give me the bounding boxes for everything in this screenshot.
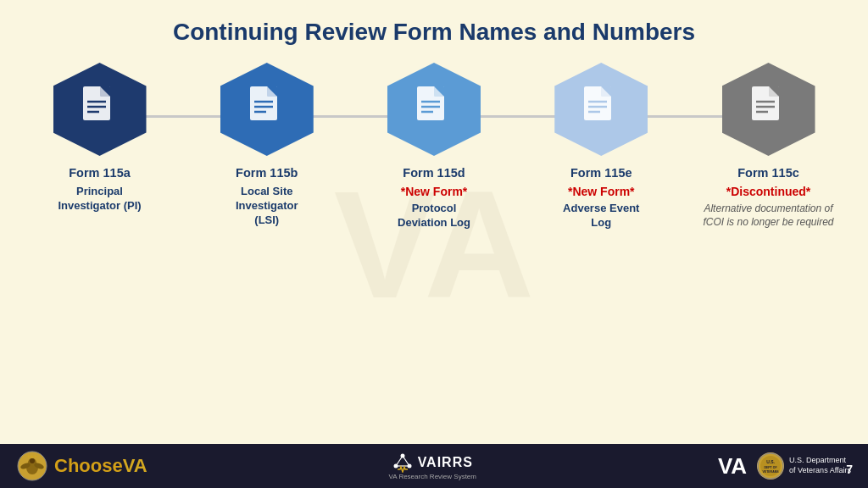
dept-name-text: U.S. Department of Veterans Affairs (789, 456, 851, 475)
form-item-115c: Form 115c *Discontinued* Alternative doc… (694, 63, 843, 229)
hex-wrapper-115d (387, 63, 481, 156)
alt-doc-115c: Alternative documentation of fCOI is no … (694, 202, 843, 229)
hex-115a (53, 63, 147, 156)
svg-point-31 (30, 458, 35, 463)
page-number: 7 (846, 463, 853, 476)
footer-left: ★★★ ChooseVA (17, 451, 147, 481)
dept-seal-icon: U.S. DEPT OF VETERANS (757, 452, 784, 480)
new-form-label-115d: *New Form* (401, 185, 468, 198)
form-name-115e: Form 115e (570, 166, 632, 180)
form-role-115e: Adverse Event Log (563, 202, 639, 230)
content-area: Form 115a Principal Investigator (PI) (0, 54, 868, 444)
us-dept-group: U.S. DEPT OF VETERANS U.S. Department of… (757, 452, 851, 480)
forms-row: Form 115a Principal Investigator (PI) (25, 63, 843, 230)
vairrs-subtitle: VA Research Review System (389, 473, 476, 480)
footer-center: VAIRRS VA Research Review System (389, 452, 476, 480)
svg-line-37 (403, 456, 409, 466)
va-text-logo: VA (123, 455, 147, 476)
hex-115d (387, 63, 481, 156)
doc-icon-115b (246, 85, 288, 134)
form-item-115b: Form 115b Local Site Investigator (LSI) (192, 63, 341, 228)
new-form-label-115e: *New Form* (568, 185, 635, 198)
svg-line-36 (396, 456, 403, 466)
form-name-115b: Form 115b (236, 166, 298, 180)
hex-wrapper-115a (53, 63, 147, 156)
form-item-115a: Form 115a Principal Investigator (PI) (25, 63, 174, 214)
form-role-115d: Protocol Deviation Log (398, 202, 470, 230)
hex-wrapper-115c (722, 63, 815, 156)
doc-icon-115e (580, 85, 622, 134)
hex-115c (722, 63, 815, 156)
form-name-115c: Form 115c (737, 166, 799, 180)
hex-wrapper-115e (554, 63, 648, 156)
vairrs-logo-group: VAIRRS (392, 452, 473, 473)
svg-text:VETERANS: VETERANS (763, 470, 780, 474)
svg-text:DEPT OF: DEPT OF (765, 466, 778, 469)
vairrs-text: VAIRRS (418, 455, 473, 470)
discontinued-label-115c: *Discontinued* (726, 185, 811, 198)
choose-va-logo: ChooseVA (54, 455, 147, 477)
slide-title: Continuing Review Form Names and Numbers (34, 19, 834, 46)
title-bar: Continuing Review Form Names and Numbers (0, 0, 868, 54)
form-role-115a: Principal Investigator (PI) (58, 185, 141, 214)
form-name-115d: Form 115d (403, 166, 465, 180)
slide: VA Continuing Review Form Names and Numb… (0, 0, 868, 488)
doc-icon-115a (79, 85, 121, 134)
form-item-115e: Form 115e *New Form* Adverse Event Log (527, 63, 676, 230)
choose-text: Choose (54, 455, 123, 476)
footer: ★★★ ChooseVA VAIRRS V (0, 444, 868, 488)
hex-wrapper-115b (220, 63, 314, 156)
footer-right: VA U.S. DEPT OF VETERANS U.S. Department… (718, 452, 851, 480)
eagle-seal-icon: ★★★ (17, 451, 47, 481)
form-role-115b: Local Site Investigator (LSI) (236, 185, 298, 228)
hex-115b (220, 63, 314, 156)
va-logo-text: VA (718, 453, 747, 480)
svg-text:U.S.: U.S. (766, 459, 775, 464)
doc-icon-115c (748, 85, 790, 134)
hex-115e (554, 63, 648, 156)
form-name-115a: Form 115a (69, 166, 131, 180)
svg-text:★★★: ★★★ (27, 454, 37, 458)
vairrs-network-icon (392, 452, 413, 473)
form-item-115d: Form 115d *New Form* Protocol Deviation … (360, 63, 509, 230)
doc-icon-115d (413, 85, 455, 134)
